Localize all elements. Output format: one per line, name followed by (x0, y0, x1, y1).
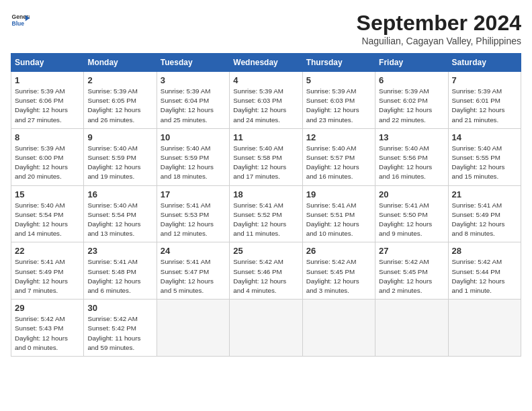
day-number: 21 (452, 189, 517, 199)
day-number: 17 (161, 189, 226, 199)
column-header-friday: Friday (375, 54, 448, 72)
day-detail: Sunrise: 5:41 AMSunset: 5:52 PMDaylight:… (233, 201, 286, 238)
calendar-day-cell: 3Sunrise: 5:39 AMSunset: 6:04 PMDaylight… (157, 72, 229, 129)
day-detail: Sunrise: 5:39 AMSunset: 6:06 PMDaylight:… (15, 87, 68, 124)
calendar-day-cell: 20Sunrise: 5:41 AMSunset: 5:50 PMDayligh… (375, 185, 448, 242)
day-detail: Sunrise: 5:40 AMSunset: 5:59 PMDaylight:… (87, 144, 140, 181)
day-detail: Sunrise: 5:39 AMSunset: 6:05 PMDaylight:… (87, 87, 140, 124)
day-detail: Sunrise: 5:40 AMSunset: 5:57 PMDaylight:… (306, 144, 359, 181)
day-detail: Sunrise: 5:40 AMSunset: 5:54 PMDaylight:… (87, 201, 140, 238)
day-number: 7 (452, 75, 517, 85)
day-number: 20 (379, 189, 444, 199)
day-detail: Sunrise: 5:40 AMSunset: 5:56 PMDaylight:… (379, 144, 432, 181)
calendar-day-cell (375, 300, 448, 357)
calendar-day-cell: 12Sunrise: 5:40 AMSunset: 5:57 PMDayligh… (302, 128, 375, 185)
day-detail: Sunrise: 5:41 AMSunset: 5:47 PMDaylight:… (161, 258, 214, 294)
calendar-week-row: 15Sunrise: 5:40 AMSunset: 5:54 PMDayligh… (11, 185, 521, 242)
day-number: 25 (233, 246, 298, 256)
day-number: 1 (15, 75, 80, 85)
day-number: 8 (15, 132, 80, 142)
day-number: 23 (87, 246, 152, 256)
day-number: 24 (161, 246, 226, 256)
day-number: 3 (161, 75, 226, 85)
calendar-day-cell: 13Sunrise: 5:40 AMSunset: 5:56 PMDayligh… (375, 128, 448, 185)
column-header-thursday: Thursday (302, 54, 375, 72)
title-block: September 2024 Naguilian, Cagayan Valley… (357, 11, 521, 46)
day-number: 9 (87, 132, 152, 142)
day-number: 28 (452, 246, 517, 256)
day-detail: Sunrise: 5:39 AMSunset: 6:02 PMDaylight:… (379, 87, 432, 124)
page-title: September 2024 (357, 11, 521, 36)
day-number: 19 (306, 189, 371, 199)
page-header: General Blue September 2024 Naguilian, C… (11, 11, 521, 46)
day-detail: Sunrise: 5:41 AMSunset: 5:50 PMDaylight:… (379, 201, 432, 238)
calendar-table: SundayMondayTuesdayWednesdayThursdayFrid… (11, 53, 521, 357)
calendar-day-cell: 28Sunrise: 5:42 AMSunset: 5:44 PMDayligh… (448, 242, 521, 300)
day-number: 18 (233, 189, 298, 199)
day-detail: Sunrise: 5:42 AMSunset: 5:44 PMDaylight:… (452, 258, 505, 294)
logo-icon: General Blue (11, 11, 30, 30)
day-number: 26 (306, 246, 371, 256)
day-detail: Sunrise: 5:42 AMSunset: 5:45 PMDaylight:… (379, 258, 432, 294)
day-detail: Sunrise: 5:41 AMSunset: 5:48 PMDaylight:… (87, 258, 140, 294)
day-detail: Sunrise: 5:42 AMSunset: 5:42 PMDaylight:… (87, 315, 140, 351)
day-detail: Sunrise: 5:39 AMSunset: 6:04 PMDaylight:… (161, 87, 214, 124)
day-detail: Sunrise: 5:40 AMSunset: 5:54 PMDaylight:… (15, 201, 68, 238)
calendar-week-row: 8Sunrise: 5:39 AMSunset: 6:00 PMDaylight… (11, 128, 521, 185)
calendar-day-cell: 18Sunrise: 5:41 AMSunset: 5:52 PMDayligh… (230, 185, 302, 242)
day-number: 16 (87, 189, 152, 199)
calendar-day-cell: 15Sunrise: 5:40 AMSunset: 5:54 PMDayligh… (11, 185, 84, 242)
day-detail: Sunrise: 5:40 AMSunset: 5:59 PMDaylight:… (161, 144, 214, 181)
calendar-day-cell: 29Sunrise: 5:42 AMSunset: 5:43 PMDayligh… (11, 300, 84, 357)
day-detail: Sunrise: 5:41 AMSunset: 5:49 PMDaylight:… (15, 258, 68, 294)
day-detail: Sunrise: 5:42 AMSunset: 5:45 PMDaylight:… (306, 258, 359, 294)
calendar-day-cell: 21Sunrise: 5:41 AMSunset: 5:49 PMDayligh… (448, 185, 521, 242)
day-detail: Sunrise: 5:42 AMSunset: 5:43 PMDaylight:… (15, 315, 68, 351)
day-detail: Sunrise: 5:41 AMSunset: 5:49 PMDaylight:… (452, 201, 505, 238)
calendar-day-cell: 19Sunrise: 5:41 AMSunset: 5:51 PMDayligh… (302, 185, 375, 242)
calendar-day-cell: 27Sunrise: 5:42 AMSunset: 5:45 PMDayligh… (375, 242, 448, 300)
calendar-day-cell: 7Sunrise: 5:39 AMSunset: 6:01 PMDaylight… (448, 72, 521, 129)
calendar-header-row: SundayMondayTuesdayWednesdayThursdayFrid… (11, 54, 521, 72)
calendar-day-cell: 17Sunrise: 5:41 AMSunset: 5:53 PMDayligh… (157, 185, 229, 242)
day-number: 6 (379, 75, 444, 85)
calendar-day-cell: 6Sunrise: 5:39 AMSunset: 6:02 PMDaylight… (375, 72, 448, 129)
calendar-day-cell (448, 300, 521, 357)
day-number: 11 (233, 132, 298, 142)
day-number: 14 (452, 132, 517, 142)
calendar-day-cell: 26Sunrise: 5:42 AMSunset: 5:45 PMDayligh… (302, 242, 375, 300)
day-number: 10 (161, 132, 226, 142)
logo: General Blue (11, 11, 30, 30)
calendar-day-cell (157, 300, 229, 357)
day-detail: Sunrise: 5:41 AMSunset: 5:51 PMDaylight:… (306, 201, 359, 238)
day-detail: Sunrise: 5:39 AMSunset: 6:00 PMDaylight:… (15, 144, 68, 181)
day-detail: Sunrise: 5:40 AMSunset: 5:55 PMDaylight:… (452, 144, 505, 181)
calendar-day-cell: 22Sunrise: 5:41 AMSunset: 5:49 PMDayligh… (11, 242, 84, 300)
calendar-week-row: 22Sunrise: 5:41 AMSunset: 5:49 PMDayligh… (11, 242, 521, 300)
day-number: 2 (87, 75, 152, 85)
calendar-day-cell: 10Sunrise: 5:40 AMSunset: 5:59 PMDayligh… (157, 128, 229, 185)
calendar-day-cell (302, 300, 375, 357)
page-subtitle: Naguilian, Cagayan Valley, Philippines (357, 36, 521, 46)
day-number: 15 (15, 189, 80, 199)
calendar-day-cell: 1Sunrise: 5:39 AMSunset: 6:06 PMDaylight… (11, 72, 84, 129)
day-detail: Sunrise: 5:39 AMSunset: 6:01 PMDaylight:… (452, 87, 505, 124)
column-header-sunday: Sunday (11, 54, 84, 72)
calendar-day-cell (230, 300, 302, 357)
column-header-wednesday: Wednesday (230, 54, 302, 72)
day-detail: Sunrise: 5:42 AMSunset: 5:46 PMDaylight:… (233, 258, 286, 294)
day-number: 22 (15, 246, 80, 256)
calendar-day-cell: 4Sunrise: 5:39 AMSunset: 6:03 PMDaylight… (230, 72, 302, 129)
day-detail: Sunrise: 5:39 AMSunset: 6:03 PMDaylight:… (233, 87, 286, 124)
calendar-day-cell: 14Sunrise: 5:40 AMSunset: 5:55 PMDayligh… (448, 128, 521, 185)
day-number: 30 (87, 303, 152, 313)
calendar-day-cell: 30Sunrise: 5:42 AMSunset: 5:42 PMDayligh… (84, 300, 157, 357)
day-detail: Sunrise: 5:39 AMSunset: 6:03 PMDaylight:… (306, 87, 359, 124)
day-detail: Sunrise: 5:41 AMSunset: 5:53 PMDaylight:… (161, 201, 214, 238)
calendar-day-cell: 16Sunrise: 5:40 AMSunset: 5:54 PMDayligh… (84, 185, 157, 242)
svg-text:Blue: Blue (12, 20, 25, 27)
day-number: 5 (306, 75, 371, 85)
calendar-day-cell: 2Sunrise: 5:39 AMSunset: 6:05 PMDaylight… (84, 72, 157, 129)
calendar-day-cell: 23Sunrise: 5:41 AMSunset: 5:48 PMDayligh… (84, 242, 157, 300)
day-number: 13 (379, 132, 444, 142)
